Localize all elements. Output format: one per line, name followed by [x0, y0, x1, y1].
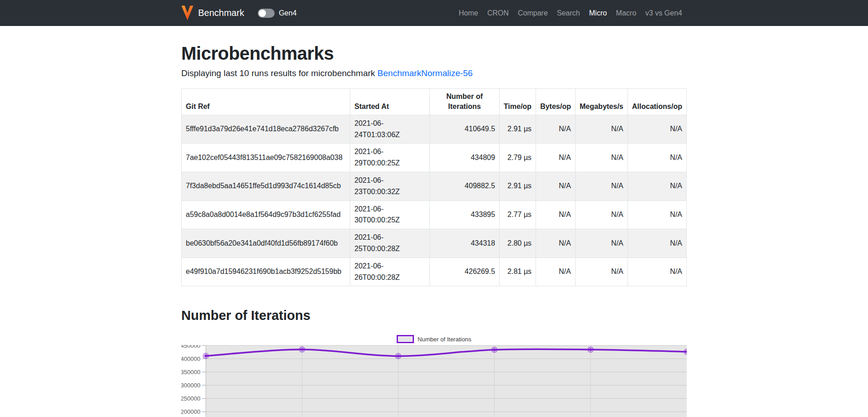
allocations-cell: N/A	[628, 144, 686, 172]
gen4-toggle[interactable]	[258, 9, 275, 18]
time-op-cell: 2.91 µs	[500, 172, 536, 201]
table-row: be0630bf56a20e341a0df40fd1d56fb89174f60b…	[182, 229, 687, 258]
megabytes-cell: N/A	[575, 115, 628, 144]
iterations-cell: 410649.5	[429, 115, 499, 144]
nav-item-micro[interactable]: Micro	[585, 5, 612, 21]
main-content: Microbenchmarks Displaying last 10 runs …	[181, 43, 687, 417]
runs-table: Git RefStarted AtNumber of IterationsTim…	[181, 88, 687, 286]
allocations-cell: N/A	[628, 172, 686, 201]
time-op-cell: 2.77 µs	[500, 201, 536, 229]
megabytes-cell: N/A	[575, 144, 628, 172]
legend-label: Number of Iterations	[418, 336, 471, 343]
svg-text:250000: 250000	[181, 395, 200, 402]
column-header: Git Ref	[182, 89, 350, 115]
megabytes-cell: N/A	[575, 201, 628, 229]
chart-legend: Number of Iterations	[181, 335, 687, 343]
started-at-cell: 2021-06-25T00:00:28Z	[350, 229, 430, 258]
iterations-cell: 434809	[429, 144, 499, 172]
allocations-cell: N/A	[628, 229, 686, 258]
time-op-cell: 2.91 µs	[500, 115, 536, 144]
bytes-op-cell: N/A	[536, 201, 576, 229]
allocations-cell: N/A	[628, 115, 686, 144]
git-ref-cell: a59c8a0a8d0014e8a1f564d9c97b3d1cf6255fad	[182, 201, 350, 229]
git-ref-cell: 5fffe91d3a79d26e41e741d18eca2786d3267cfb	[182, 115, 350, 144]
iterations-chart: 0500001000001500002000002500003000003500…	[181, 345, 687, 417]
navbar: Benchmark Gen4 HomeCRONCompareSearchMicr…	[0, 0, 868, 26]
bytes-op-cell: N/A	[536, 144, 576, 172]
vitess-logo-icon	[181, 5, 194, 21]
megabytes-cell: N/A	[575, 229, 628, 258]
table-row: 5fffe91d3a79d26e41e741d18eca2786d3267cfb…	[182, 115, 687, 144]
line-chart-canvas: 0500001000001500002000002500003000003500…	[181, 345, 687, 417]
megabytes-cell: N/A	[575, 172, 628, 201]
iterations-cell: 434318	[429, 229, 499, 258]
time-op-cell: 2.80 µs	[500, 229, 536, 258]
page-title: Microbenchmarks	[181, 43, 687, 64]
subtitle-text: Displaying last 10 runs results for micr…	[181, 68, 378, 78]
table-row: e49f910a7d15946231f690b1acb3f9252d5159bb…	[182, 257, 687, 286]
nav-item-cron[interactable]: CRON	[483, 5, 513, 21]
allocations-cell: N/A	[628, 201, 686, 229]
svg-text:450000: 450000	[181, 345, 200, 349]
table-row: 7ae102cef05443f813511ae09c7582169008a038…	[182, 144, 687, 172]
column-header: Megabytes/s	[575, 89, 628, 115]
column-header: Allocations/op	[628, 89, 686, 115]
svg-text:400000: 400000	[181, 355, 200, 362]
git-ref-cell: 7f3da8ebd5aa14651ffe5d1d993d74c1614d85cb	[182, 172, 350, 201]
nav-links: HomeCRONCompareSearchMicroMacrov3 vs Gen…	[454, 5, 687, 21]
time-op-cell: 2.81 µs	[500, 257, 536, 286]
nav-item-v3-vs-gen4[interactable]: v3 vs Gen4	[641, 5, 687, 21]
svg-text:300000: 300000	[181, 382, 200, 389]
svg-text:350000: 350000	[181, 369, 200, 376]
gen4-toggle-knob	[259, 10, 266, 17]
git-ref-cell: e49f910a7d15946231f690b1acb3f9252d5159bb	[182, 257, 350, 286]
column-header: Started At	[350, 89, 430, 115]
page-subtitle: Displaying last 10 runs results for micr…	[181, 68, 687, 78]
bytes-op-cell: N/A	[536, 115, 576, 144]
iterations-cell: 409882.5	[429, 172, 499, 201]
started-at-cell: 2021-06-29T00:00:25Z	[350, 144, 430, 172]
chart-section-title: Number of Iterations	[181, 308, 687, 323]
table-row: 7f3da8ebd5aa14651ffe5d1d993d74c1614d85cb…	[182, 172, 687, 201]
iterations-cell: 433895	[429, 201, 499, 229]
git-ref-cell: be0630bf56a20e341a0df40fd1d56fb89174f60b	[182, 229, 350, 258]
started-at-cell: 2021-06-24T01:03:06Z	[350, 115, 430, 144]
nav-item-macro[interactable]: Macro	[612, 5, 641, 21]
megabytes-cell: N/A	[575, 257, 628, 286]
benchmark-link[interactable]: BenchmarkNormalize-56	[378, 68, 473, 78]
nav-item-compare[interactable]: Compare	[513, 5, 552, 21]
table-row: a59c8a0a8d0014e8a1f564d9c97b3d1cf6255fad…	[182, 201, 687, 229]
column-header: Bytes/op	[536, 89, 576, 115]
nav-item-home[interactable]: Home	[454, 5, 483, 21]
bytes-op-cell: N/A	[536, 172, 576, 201]
column-header: Number of Iterations	[429, 89, 499, 115]
bytes-op-cell: N/A	[536, 257, 576, 286]
nav-item-search[interactable]: Search	[552, 5, 585, 21]
started-at-cell: 2021-06-26T00:00:28Z	[350, 257, 430, 286]
gen4-toggle-label: Gen4	[279, 9, 296, 17]
allocations-cell: N/A	[628, 257, 686, 286]
svg-text:200000: 200000	[181, 408, 200, 415]
time-op-cell: 2.79 µs	[500, 144, 536, 172]
brand-name: Benchmark	[198, 8, 244, 18]
legend-swatch-icon	[397, 335, 414, 343]
bytes-op-cell: N/A	[536, 229, 576, 258]
table-header-row: Git RefStarted AtNumber of IterationsTim…	[182, 89, 687, 115]
column-header: Time/op	[500, 89, 536, 115]
brand[interactable]: Benchmark	[181, 5, 244, 21]
started-at-cell: 2021-06-30T00:00:25Z	[350, 201, 430, 229]
git-ref-cell: 7ae102cef05443f813511ae09c7582169008a038	[182, 144, 350, 172]
started-at-cell: 2021-06-23T00:00:32Z	[350, 172, 430, 201]
iterations-cell: 426269.5	[429, 257, 499, 286]
